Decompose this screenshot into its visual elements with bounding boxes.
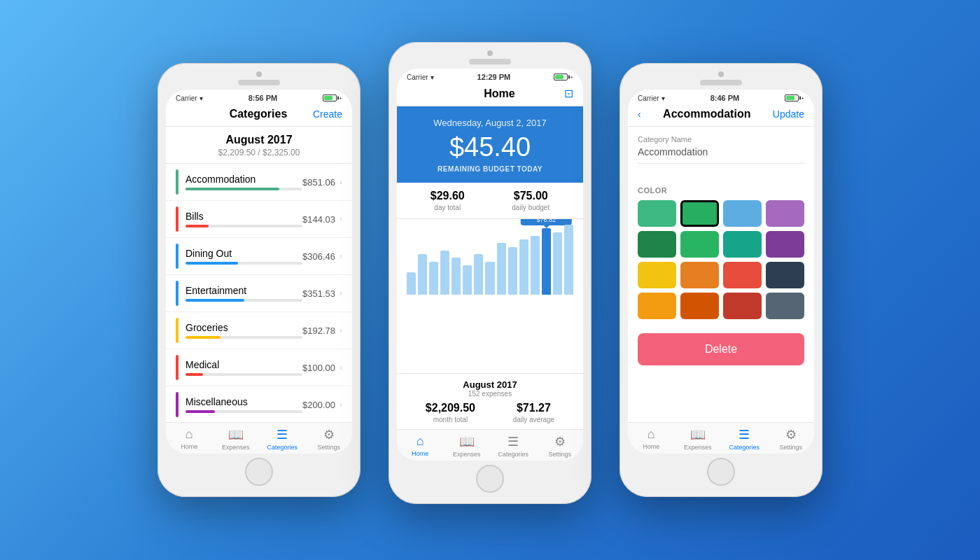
category-item[interactable]: Medical $100.00 › — [166, 349, 352, 386]
charging-icon-3: + — [801, 95, 804, 102]
month-total-value: $2,209.50 — [426, 402, 475, 414]
home-icon-3: ⌂ — [648, 427, 655, 442]
color-swatch[interactable] — [638, 293, 676, 319]
chart-bar[interactable] — [463, 265, 472, 295]
chart-bar[interactable] — [564, 225, 573, 295]
time-2: 12:29 PM — [477, 73, 511, 81]
cat-color-bar — [176, 355, 178, 380]
category-item[interactable]: Bills $144.03 › — [166, 201, 352, 238]
category-item[interactable]: Groceries $192.78 › — [166, 312, 352, 349]
color-swatch[interactable] — [723, 231, 762, 258]
tab-home-3[interactable]: ⌂ Home — [628, 427, 675, 451]
expenses-icon-1: 📖 — [228, 427, 244, 442]
expenses-icon-3: 📖 — [690, 427, 706, 442]
tab-settings-1[interactable]: ⚙ Settings — [306, 427, 353, 451]
category-name-input[interactable]: Accommodation — [638, 146, 804, 164]
phone-home: Carrier ▾ 12:29 PM + Home ⊡ Wednesday, A… — [388, 42, 592, 504]
settings-icon-3: ⚙ — [785, 427, 797, 442]
home-date: Wednesday, August 2, 2017 — [407, 118, 573, 128]
cat-info: Dining Out — [186, 248, 302, 265]
cat-progress-fill — [186, 262, 238, 265]
home-amount: $45.40 — [407, 132, 573, 162]
color-swatch[interactable] — [638, 200, 676, 227]
chart-bar[interactable] — [429, 262, 438, 295]
tab-home-1[interactable]: ⌂ Home — [166, 427, 213, 451]
tab-categories-1[interactable]: ☰ Categories — [259, 427, 306, 451]
tab-bar-2: ⌂ Home 📖 Expenses ☰ Categories ⚙ Setting… — [397, 429, 583, 461]
category-item[interactable]: Accommodation $851.06 › — [166, 164, 352, 201]
category-item[interactable]: Miscellaneous $200.00 › — [166, 386, 352, 422]
color-swatch[interactable] — [680, 200, 719, 227]
cat-color-bar — [176, 281, 178, 306]
cat-info: Bills — [186, 211, 302, 227]
categories-icon-2: ☰ — [507, 434, 519, 449]
color-swatch[interactable] — [723, 262, 762, 288]
category-item[interactable]: Dining Out $306.46 › — [166, 238, 352, 275]
color-swatch[interactable] — [723, 200, 762, 227]
chart-bar[interactable] — [485, 262, 494, 295]
create-button[interactable]: Create — [313, 108, 342, 120]
chart-bar[interactable] — [497, 243, 506, 295]
chart-bar[interactable] — [508, 247, 517, 295]
phone-home-button-2[interactable] — [476, 465, 504, 493]
tab-home-2[interactable]: ⌂ Home — [397, 434, 444, 458]
color-swatch[interactable] — [766, 293, 804, 319]
chart-bar[interactable] — [407, 272, 416, 295]
daily-avg-value: $71.27 — [513, 402, 554, 414]
color-swatch[interactable] — [638, 262, 676, 288]
chart-bar[interactable] — [531, 236, 540, 295]
color-swatch[interactable] — [638, 231, 676, 258]
stat-month-total: $2,209.50 month total — [426, 402, 475, 424]
cat-progress-fill — [186, 410, 215, 413]
tab-settings-2[interactable]: ⚙ Settings — [537, 434, 584, 458]
cat-name: Medical — [186, 359, 302, 370]
color-swatch[interactable] — [723, 293, 762, 319]
update-button[interactable]: Update — [773, 108, 804, 120]
tab-home-label-3: Home — [643, 443, 659, 450]
color-swatch[interactable] — [766, 200, 804, 227]
category-item[interactable]: Entertainment $351.53 › — [166, 275, 352, 312]
wifi-icon-3: ▾ — [662, 94, 665, 102]
chart-bar[interactable] — [474, 254, 483, 295]
tab-expenses-label-1: Expenses — [222, 444, 250, 451]
chart-bar[interactable] — [553, 232, 562, 295]
phone-camera-dot-2 — [487, 50, 493, 56]
tab-bar-1: ⌂ Home 📖 Expenses ☰ Categories ⚙ Setting… — [166, 422, 352, 454]
cat-name: Accommodation — [186, 174, 302, 185]
tab-expenses-2[interactable]: 📖 Expenses — [444, 434, 491, 458]
cat-progress-fill — [186, 336, 220, 339]
tab-settings-3[interactable]: ⚙ Settings — [768, 427, 815, 451]
color-swatch[interactable] — [680, 293, 719, 319]
chart-bar[interactable] — [440, 251, 449, 295]
phone-home-button-1[interactable] — [245, 458, 273, 486]
chart-bar[interactable]: August 3, 2017$76.82 — [542, 228, 551, 295]
tab-expenses-3[interactable]: 📖 Expenses — [675, 427, 722, 451]
settings-icon-2: ⚙ — [554, 434, 566, 449]
chart-bar[interactable] — [519, 239, 528, 295]
stat-day-total: $29.60 day total — [430, 190, 465, 211]
status-bar-2: Carrier ▾ 12:29 PM + — [397, 69, 583, 84]
chart-bar[interactable] — [451, 258, 461, 295]
delete-button[interactable]: Delete — [638, 333, 804, 365]
summary-stats: $2,209.50 month total $71.27 daily avera… — [407, 402, 573, 424]
phone-categories: Carrier ▾ 8:56 PM + Categories Create Au… — [158, 63, 360, 497]
tab-categories-2[interactable]: ☰ Categories — [490, 434, 537, 458]
monthly-summary: August 2017 152 expenses $2,209.50 month… — [397, 373, 583, 429]
cat-color-bar — [176, 169, 178, 195]
tab-categories-3[interactable]: ☰ Categories — [721, 427, 768, 451]
color-section-label: COLOR — [638, 186, 804, 195]
cat-progress-bg — [186, 225, 302, 227]
month-total-label: month total — [426, 416, 475, 424]
color-swatch[interactable] — [680, 262, 719, 288]
chart-bar[interactable] — [418, 254, 427, 295]
phone-notch-bar-2 — [469, 59, 511, 64]
expand-icon[interactable]: ⊡ — [564, 87, 573, 100]
phone-home-button-3[interactable] — [707, 458, 735, 486]
color-swatch[interactable] — [680, 231, 719, 258]
form-section: Category Name Accommodation — [628, 127, 814, 181]
nav-title-1: Categories — [204, 108, 313, 120]
tab-expenses-1[interactable]: 📖 Expenses — [213, 427, 260, 451]
status-bar-3: Carrier ▾ 8:46 PM + — [628, 90, 814, 105]
color-swatch[interactable] — [766, 262, 804, 288]
color-swatch[interactable] — [766, 231, 804, 258]
